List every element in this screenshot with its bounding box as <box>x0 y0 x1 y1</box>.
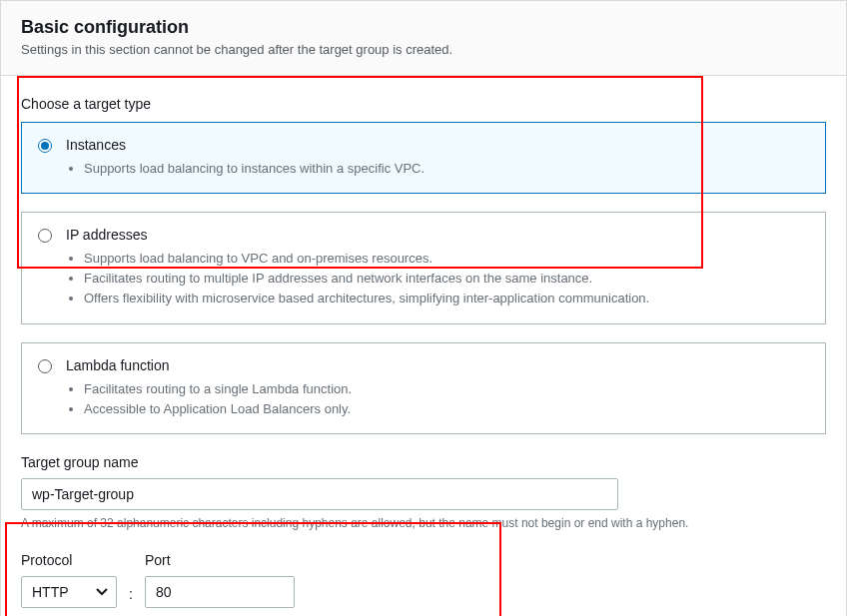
target-group-name-input[interactable] <box>21 478 618 510</box>
target-group-name-helper: A maximum of 32 alphanumeric characters … <box>21 516 826 530</box>
radio-icon <box>38 229 52 243</box>
option-bullet: Accessible to Application Load Balancers… <box>84 399 809 419</box>
option-bullet: Supports load balancing to instances wit… <box>84 159 809 179</box>
protocol-label: Protocol <box>21 552 117 568</box>
target-type-option-instances[interactable]: Instances Supports load balancing to ins… <box>21 122 826 194</box>
protocol-select[interactable]: HTTP <box>21 576 117 608</box>
basic-configuration-header: Basic configuration Settings in this sec… <box>0 0 846 76</box>
option-title: Lambda function <box>66 357 809 373</box>
section-description: Settings in this section cannot be chang… <box>21 42 826 57</box>
option-bullet: Offers flexibility with microservice bas… <box>84 289 809 308</box>
protocol-value: HTTP <box>32 584 69 600</box>
radio-icon <box>38 359 52 373</box>
port-input[interactable] <box>145 576 295 608</box>
target-type-option-ip-addresses[interactable]: IP addresses Supports load balancing to … <box>21 212 826 323</box>
protocol-port-separator: : <box>125 586 137 608</box>
option-bullet: Facilitates routing to multiple IP addre… <box>84 269 809 289</box>
target-type-option-lambda-function[interactable]: Lambda function Facilitates routing to a… <box>21 342 826 434</box>
chevron-down-icon <box>96 588 108 596</box>
radio-icon <box>38 139 52 153</box>
choose-target-type-label: Choose a target type <box>21 96 826 112</box>
option-title: IP addresses <box>66 227 809 243</box>
option-title: Instances <box>66 137 809 153</box>
option-bullet: Supports load balancing to VPC and on-pr… <box>84 249 809 269</box>
option-bullet: Facilitates routing to a single Lambda f… <box>84 379 809 399</box>
section-title: Basic configuration <box>21 17 826 38</box>
target-group-name-label: Target group name <box>21 454 826 470</box>
port-label: Port <box>145 552 295 568</box>
